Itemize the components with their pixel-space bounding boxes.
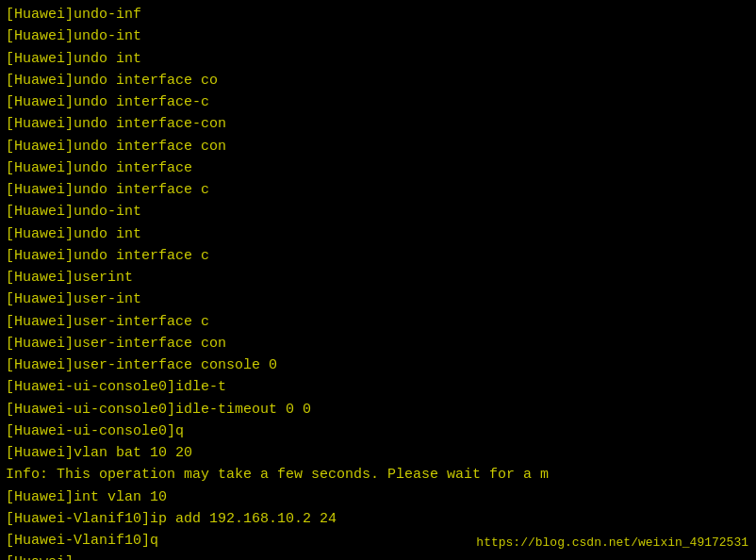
- terminal-line: [Huawei-ui-console0]idle-t: [6, 376, 750, 398]
- terminal-line: [Huawei]undo interface con: [6, 136, 750, 157]
- terminal-line: [Huawei-Vlanif10]ip add 192.168.10.2 24: [6, 508, 750, 530]
- terminal-line: [Huawei-ui-console0]idle-timeout 0 0: [6, 399, 750, 420]
- terminal-line: [Huawei]undo interface c: [6, 245, 750, 267]
- terminal-line: [Huawei]userint: [6, 267, 750, 288]
- terminal-line: [Huawei]: [6, 552, 750, 560]
- terminal-line: [Huawei]int vlan 10: [6, 486, 750, 508]
- terminal-line: [Huawei]user-interface c: [6, 311, 750, 333]
- terminal-line: [Huawei]undo-inf: [6, 4, 750, 25]
- terminal-line: [Huawei]undo-int: [6, 201, 750, 222]
- terminal-line: [Huawei]undo-int: [6, 25, 750, 47]
- terminal-line: [Huawei]undo interface-c: [6, 91, 750, 113]
- terminal-line: [Huawei]undo interface co: [6, 70, 750, 91]
- terminal-line: [Huawei]undo interface c: [6, 179, 750, 201]
- terminal-line: Info: This operation may take a few seco…: [6, 464, 750, 486]
- terminal-line: [Huawei]undo interface-con: [6, 113, 750, 135]
- terminal-window[interactable]: [Huawei]undo-inf[Huawei]undo-int[Huawei]…: [0, 0, 756, 560]
- terminal-line: [Huawei-ui-console0]q: [6, 420, 750, 442]
- terminal-line: [Huawei]user-interface con: [6, 333, 750, 354]
- terminal-line: [Huawei]user-int: [6, 288, 750, 310]
- terminal-line: [Huawei]undo int: [6, 48, 750, 70]
- terminal-output: [Huawei]undo-inf[Huawei]undo-int[Huawei]…: [6, 4, 750, 560]
- terminal-line: [Huawei]undo interface: [6, 157, 750, 179]
- watermark: https://blog.csdn.net/weixin_49172531: [476, 534, 748, 552]
- terminal-line: [Huawei]vlan bat 10 20: [6, 442, 750, 464]
- terminal-line: [Huawei]user-interface console 0: [6, 354, 750, 376]
- terminal-line: [Huawei]undo int: [6, 223, 750, 245]
